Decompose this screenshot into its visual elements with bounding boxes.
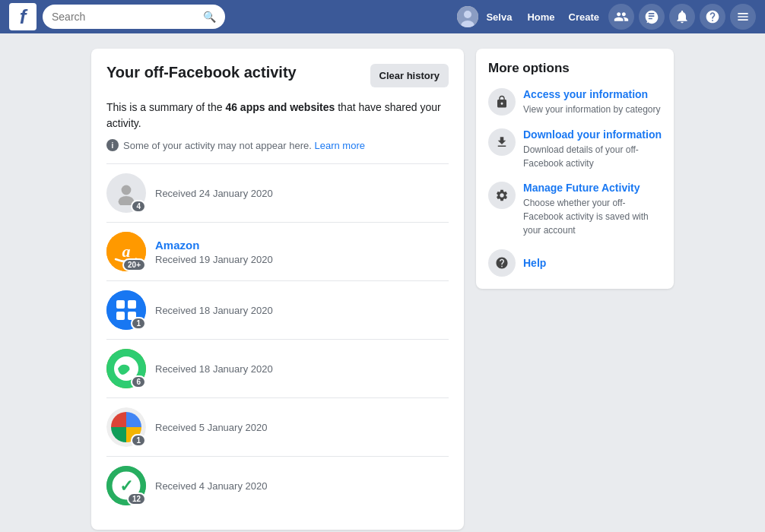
messenger-icon[interactable] (639, 4, 665, 30)
option-desc-manage: Choose whether your off-Facebook activit… (523, 198, 649, 236)
sidebar-help-option: Help (488, 249, 662, 277)
menu-icon[interactable] (730, 4, 756, 30)
list-item[interactable]: 4 Received 24 January 2020 (106, 163, 449, 222)
search-icon: 🔍 (203, 11, 216, 23)
app-icon-wrapper: a 20+ (106, 232, 146, 271)
learn-more-link[interactable]: Learn more (314, 140, 364, 151)
list-item[interactable]: 6 Received 18 January 2020 (106, 339, 449, 397)
svg-rect-10 (128, 300, 136, 309)
app-info: Received 4 January 2020 (155, 480, 449, 492)
app-icon-wrapper: 1 (106, 407, 146, 447)
svg-point-1 (464, 11, 471, 18)
app-name[interactable]: Amazon (155, 239, 449, 252)
option-text-download: Download your information Download detai… (523, 128, 662, 170)
username-label: Selva (486, 11, 512, 23)
list-item[interactable]: ✓ 12 Received 4 January 2020 (106, 456, 449, 515)
manage-future-activity-link[interactable]: Manage Future Activity (523, 182, 662, 194)
download-icon (488, 128, 516, 156)
question-icon[interactable] (700, 4, 725, 30)
app-icon-wrapper: ✓ 12 (106, 466, 146, 505)
app-icon-wrapper: 6 (106, 349, 146, 388)
help-link[interactable]: Help (523, 257, 546, 269)
app-info: Received 18 January 2020 (155, 304, 449, 316)
main-card-header: Your off-Facebook activity Clear history (106, 64, 449, 87)
gear-icon (488, 182, 516, 209)
svg-rect-11 (116, 312, 125, 320)
info-text: Some of your activity may not appear her… (123, 140, 365, 151)
people-icon[interactable] (608, 4, 634, 30)
sidebar-card: More options Access your information Vie… (476, 49, 674, 289)
facebook-logo[interactable]: f (9, 3, 37, 30)
list-item[interactable]: 1 Received 18 January 2020 (106, 280, 449, 339)
svg-rect-9 (116, 300, 125, 309)
bell-icon[interactable] (669, 4, 695, 30)
svg-point-3 (122, 185, 132, 195)
list-item[interactable]: 1 Received 5 January 2020 (106, 397, 449, 456)
list-item[interactable]: a 20+ Amazon Received 19 January 2020 (106, 222, 449, 280)
page-body: Your off-Facebook activity Clear history… (0, 33, 765, 532)
info-row: i Some of your activity may not appear h… (106, 139, 449, 151)
app-info: Received 5 January 2020 (155, 421, 449, 433)
sidebar-title: More options (488, 61, 662, 76)
app-date: Received 5 January 2020 (155, 422, 267, 433)
app-date: Received 4 January 2020 (155, 480, 267, 492)
search-bar[interactable]: 🔍 (43, 5, 225, 29)
navbar: f 🔍 Selva Home Create (0, 0, 765, 33)
badge: 4 (131, 200, 146, 213)
page-title: Your off-Facebook activity (106, 64, 297, 81)
badge: 20+ (122, 258, 146, 271)
badge: 1 (131, 317, 146, 330)
app-info: Received 24 January 2020 (155, 187, 449, 199)
help-icon (488, 249, 516, 277)
clear-history-button[interactable]: Clear history (370, 64, 449, 87)
option-text-access: Access your information View your inform… (523, 88, 662, 116)
app-icon-wrapper: 4 (106, 173, 146, 213)
badge: 1 (131, 434, 146, 447)
info-icon: i (106, 139, 119, 151)
lock-icon (488, 88, 516, 116)
main-card: Your off-Facebook activity Clear history… (91, 49, 464, 530)
app-info: Received 18 January 2020 (155, 363, 449, 375)
summary-text: This is a summary of the 46 apps and web… (106, 100, 449, 131)
avatar[interactable] (457, 6, 478, 27)
option-desc-access: View your information by category (523, 104, 661, 115)
home-link[interactable]: Home (522, 11, 559, 23)
create-link[interactable]: Create (564, 11, 604, 23)
search-input[interactable] (52, 11, 200, 23)
sidebar-option-access: Access your information View your inform… (488, 88, 662, 116)
apps-count: 46 apps and websites (225, 101, 335, 113)
download-information-link[interactable]: Download your information (523, 128, 662, 141)
sidebar-option-download: Download your information Download detai… (488, 128, 662, 170)
app-date: Received 18 January 2020 (155, 305, 273, 316)
badge: 12 (127, 492, 146, 505)
access-information-link[interactable]: Access your information (523, 88, 662, 100)
sidebar-option-manage: Manage Future Activity Choose whether yo… (488, 182, 662, 236)
app-date: Received 18 January 2020 (155, 363, 273, 375)
app-icon-wrapper: 1 (106, 290, 146, 330)
option-text-manage: Manage Future Activity Choose whether yo… (523, 182, 662, 236)
app-date: Received 19 January 2020 (155, 254, 273, 265)
app-date: Received 24 January 2020 (155, 188, 273, 199)
option-desc-download: Download details of your off-Facebook ac… (523, 144, 639, 169)
app-info: Amazon Received 19 January 2020 (155, 239, 449, 265)
navbar-right: Selva Home Create (457, 4, 756, 30)
badge: 6 (131, 375, 146, 388)
